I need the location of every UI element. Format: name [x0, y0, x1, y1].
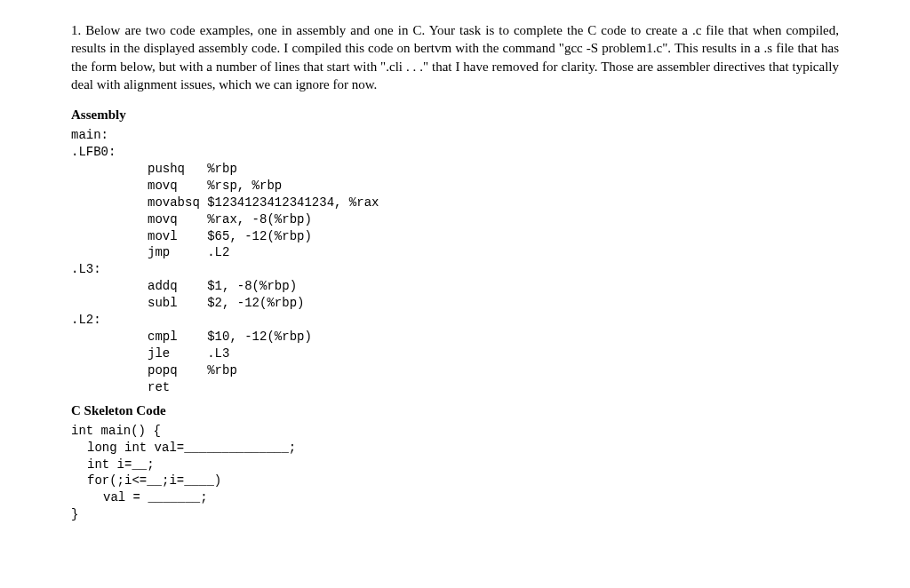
asm-instruction: addq $1, -8(%rbp): [71, 279, 297, 293]
asm-instruction: movl $65, -12(%rbp): [71, 229, 312, 243]
asm-label: .LFB0:: [71, 145, 116, 159]
asm-instruction: subl $2, -12(%rbp): [71, 296, 304, 310]
asm-instruction: jle .L3: [71, 346, 229, 361]
asm-label: .L2:: [71, 313, 101, 327]
asm-instruction: jmp .L2: [71, 245, 229, 259]
c-line: int i=__;: [71, 457, 155, 472]
asm-instruction: movq %rsp, %rbp: [71, 179, 282, 193]
c-line: val = _______;: [71, 490, 208, 505]
c-line: for(;i<=__;i=____): [71, 473, 221, 488]
asm-instruction: cmpl $10, -12(%rbp): [71, 330, 312, 344]
assembly-listing: main: .LFB0: pushq %rbp movq %rsp, %rbp …: [71, 127, 839, 395]
asm-label: main:: [71, 128, 108, 142]
assembly-section-header: Assembly: [71, 106, 839, 123]
problem-intro: 1. Below are two code examples, one in a…: [71, 21, 839, 93]
intro-text: Below are two code examples, one in asse…: [71, 23, 839, 91]
asm-label: .L3:: [71, 262, 101, 276]
c-skeleton-header: C Skeleton Code: [71, 401, 839, 419]
c-line: long int val=______________;: [71, 441, 296, 455]
c-skeleton-listing: int main() { long int val=______________…: [71, 423, 839, 523]
c-line: int main() {: [71, 424, 161, 438]
question-number: 1.: [71, 23, 81, 37]
asm-instruction: movabsq $1234123412341234, %rax: [71, 195, 379, 210]
asm-instruction: popq %rbp: [71, 363, 237, 377]
asm-instruction: ret: [71, 380, 170, 394]
asm-instruction: pushq %rbp: [71, 162, 237, 176]
asm-instruction: movq %rax, -8(%rbp): [71, 212, 312, 226]
c-line: }: [71, 507, 78, 521]
